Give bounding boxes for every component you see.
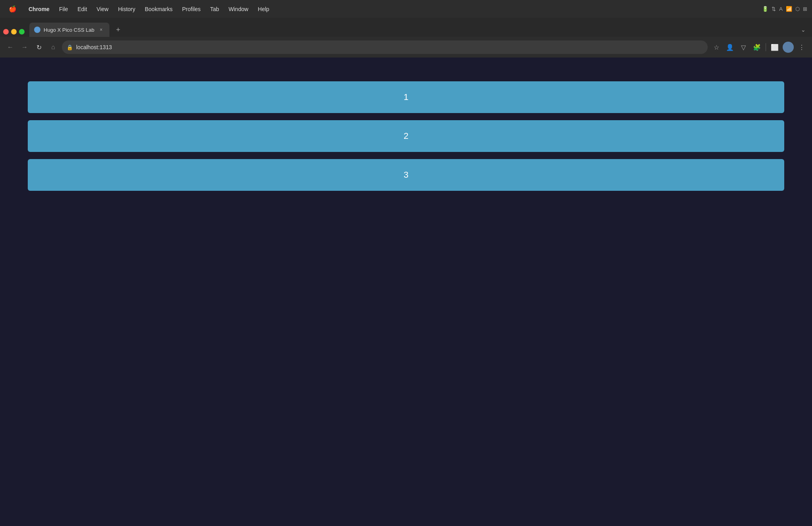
reload-button[interactable]: ↻ xyxy=(33,42,44,53)
menubar-item-window[interactable]: Window xyxy=(225,4,253,14)
extension-button[interactable]: 🧩 xyxy=(751,42,762,53)
menubar-item-bookmarks[interactable]: Bookmarks xyxy=(141,4,176,14)
tabbar: Hugo X Pico CSS Lab × + ⌄ xyxy=(0,18,812,37)
box-3-label: 3 xyxy=(404,170,408,180)
lock-icon: 🔒 xyxy=(67,44,73,50)
browser-tab[interactable]: Hugo X Pico CSS Lab × xyxy=(29,23,109,37)
window-maximize-button[interactable] xyxy=(19,29,25,35)
more-options-button[interactable]: ⋮ xyxy=(796,42,807,53)
box-2-label: 2 xyxy=(404,131,408,141)
apple-menu[interactable]: 🍎 xyxy=(5,4,21,14)
toolbar-divider xyxy=(766,43,766,51)
url-text: localhost:1313 xyxy=(76,44,703,50)
tab-title: Hugo X Pico CSS Lab xyxy=(44,27,94,33)
menubar-item-chrome[interactable]: Chrome xyxy=(25,4,54,14)
network-icon: ⇅ xyxy=(772,6,776,12)
menubar-item-tab[interactable]: Tab xyxy=(206,4,223,14)
wifi-icon: 📶 xyxy=(786,6,792,12)
new-tab-button[interactable]: + xyxy=(113,24,124,35)
menubar-item-profiles[interactable]: Profiles xyxy=(178,4,205,14)
content-box-1: 1 xyxy=(28,81,784,113)
menubar-item-history[interactable]: History xyxy=(114,4,140,14)
box-1-label: 1 xyxy=(404,92,408,102)
page-content: 1 2 3 xyxy=(0,58,812,526)
bluetooth-icon: ⬡ xyxy=(795,6,800,12)
menubar-item-help[interactable]: Help xyxy=(254,4,273,14)
toolbar-right: ☆ 👤 ▽ 🧩 ⬜ ⋮ xyxy=(711,42,807,53)
bookmark-button[interactable]: ☆ xyxy=(711,42,722,53)
tab-favicon xyxy=(34,27,40,33)
menubar-item-view[interactable]: View xyxy=(93,4,113,14)
keyboard-icon: A xyxy=(779,6,783,12)
home-button[interactable]: ⌂ xyxy=(48,42,59,53)
tab-list-dropdown-button[interactable]: ⌄ xyxy=(798,24,809,35)
back-button[interactable]: ← xyxy=(5,42,16,53)
forward-button[interactable]: → xyxy=(19,42,30,53)
tab-close-button[interactable]: × xyxy=(98,26,105,33)
menubar-item-file[interactable]: File xyxy=(55,4,72,14)
profile-button[interactable]: 👤 xyxy=(724,42,735,53)
control-center-icon: ⊞ xyxy=(803,6,807,12)
content-box-3: 3 xyxy=(28,159,784,191)
window-close-button[interactable] xyxy=(3,29,9,35)
menubar: 🍎 Chrome File Edit View History Bookmark… xyxy=(0,0,812,18)
battery-icon: 🔋 xyxy=(762,6,768,12)
window-minimize-button[interactable] xyxy=(11,29,17,35)
addressbar: ← → ↻ ⌂ 🔒 localhost:1313 ☆ 👤 ▽ 🧩 ⬜ ⋮ xyxy=(0,37,812,58)
content-box-2: 2 xyxy=(28,120,784,152)
address-bar[interactable]: 🔒 localhost:1313 xyxy=(62,40,708,54)
sidebar-button[interactable]: ⬜ xyxy=(769,42,780,53)
filter-button[interactable]: ▽ xyxy=(738,42,749,53)
menubar-item-edit[interactable]: Edit xyxy=(73,4,91,14)
avatar[interactable] xyxy=(783,42,794,53)
